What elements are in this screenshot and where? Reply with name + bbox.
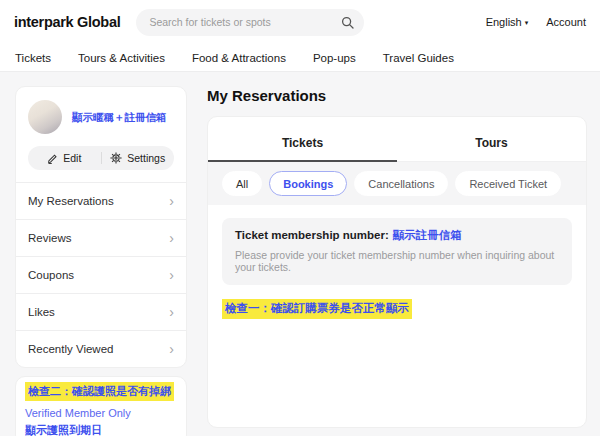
profile-actions: Edit — [28, 146, 174, 170]
main-area: My Reservations Tickets Tours All Bookin… — [207, 86, 587, 436]
nav-item-popups[interactable]: Pop-ups — [313, 52, 356, 64]
filter-received-ticket[interactable]: Received Ticket — [455, 171, 561, 196]
account-link[interactable]: Account — [546, 16, 586, 28]
search-bar[interactable] — [136, 9, 364, 36]
account-label: Account — [546, 16, 586, 28]
filter-all[interactable]: All — [222, 171, 262, 196]
nav-item-tickets[interactable]: Tickets — [15, 52, 51, 64]
category-nav: Tickets Tours & Activities Food & Attrac… — [0, 44, 600, 72]
passport-check-card: 檢查二：確認護照是否有掉綁 Verified Member Only 顯示護照到… — [15, 376, 187, 436]
language-selector[interactable]: English ▾ — [486, 16, 529, 28]
pencil-icon — [47, 153, 58, 164]
tab-tours[interactable]: Tours — [397, 117, 586, 161]
menu-label: Coupons — [28, 269, 74, 281]
chevron-right-icon: › — [169, 305, 174, 319]
gear-icon — [110, 152, 122, 164]
nav-item-tours-activities[interactable]: Tours & Activities — [78, 52, 165, 64]
sidebar-item-likes[interactable]: Likes › — [16, 293, 186, 330]
membership-number-box: Ticket membership number:顯示註冊信箱 Please p… — [222, 218, 572, 285]
sidebar-item-reviews[interactable]: Reviews › — [16, 219, 186, 256]
header-right: English ▾ Account — [486, 16, 586, 28]
check-one-highlight: 檢查一：確認訂購票券是否正常顯示 — [222, 299, 412, 319]
search-input[interactable] — [149, 16, 341, 28]
passport-expiry-label: 顯示護照到期日 — [25, 423, 177, 436]
profile-card: 顯示暱稱＋註冊信箱 Edit — [15, 86, 187, 368]
edit-label: Edit — [63, 152, 81, 164]
top-header: interpark Global English ▾ Account — [0, 0, 600, 44]
filter-bookings[interactable]: Bookings — [269, 171, 347, 196]
edit-button[interactable]: Edit — [28, 152, 101, 164]
chevron-right-icon: › — [169, 342, 174, 356]
avatar[interactable] — [28, 100, 62, 134]
verified-member-only-link[interactable]: Verified Member Only — [25, 407, 177, 419]
caret-down-icon: ▾ — [525, 19, 529, 26]
menu-label: Reviews — [28, 232, 71, 244]
sidebar-item-my-reservations[interactable]: My Reservations › — [16, 182, 186, 219]
content-area: 顯示暱稱＋註冊信箱 Edit — [0, 72, 600, 436]
logo[interactable]: interpark Global — [14, 14, 120, 30]
nav-item-travel-guides[interactable]: Travel Guides — [383, 52, 454, 64]
tab-tickets[interactable]: Tickets — [208, 117, 397, 162]
sidebar: 顯示暱稱＋註冊信箱 Edit — [15, 86, 187, 436]
sidebar-menu: My Reservations › Reviews › Coupons › Li… — [16, 182, 186, 367]
filter-cancellations[interactable]: Cancellations — [354, 171, 448, 196]
reservations-card: Tickets Tours All Bookings Cancellations… — [207, 116, 587, 428]
membership-number-value: 顯示註冊信箱 — [393, 229, 462, 241]
check-two-highlight: 檢查二：確認護照是否有掉綁 — [25, 382, 174, 401]
language-label: English — [486, 16, 522, 28]
profile-nickname-email: 顯示暱稱＋註冊信箱 — [72, 110, 167, 125]
page-title: My Reservations — [207, 87, 587, 104]
membership-number-description: Please provide your ticket membership nu… — [235, 249, 559, 273]
menu-label: Recently Viewed — [28, 343, 113, 355]
check-one-highlight-row: 檢查一：確認訂購票券是否正常顯示 — [222, 299, 572, 319]
profile-section: 顯示暱稱＋註冊信箱 — [16, 100, 186, 134]
search-icon[interactable] — [341, 16, 354, 29]
filter-pills: All Bookings Cancellations Received Tick… — [208, 162, 586, 205]
chevron-right-icon: › — [169, 231, 174, 245]
chevron-right-icon: › — [169, 268, 174, 282]
chevron-right-icon: › — [169, 194, 174, 208]
membership-number-line: Ticket membership number:顯示註冊信箱 — [235, 228, 559, 243]
reservations-body: Ticket membership number:顯示註冊信箱 Please p… — [208, 205, 586, 332]
menu-label: Likes — [28, 306, 55, 318]
settings-button[interactable]: Settings — [102, 152, 175, 164]
reservation-tabs: Tickets Tours — [208, 117, 586, 162]
settings-label: Settings — [127, 152, 165, 164]
menu-label: My Reservations — [28, 195, 114, 207]
nav-item-food-attractions[interactable]: Food & Attractions — [192, 52, 286, 64]
sidebar-item-recently-viewed[interactable]: Recently Viewed › — [16, 330, 186, 367]
membership-number-label: Ticket membership number: — [235, 229, 389, 241]
sidebar-item-coupons[interactable]: Coupons › — [16, 256, 186, 293]
